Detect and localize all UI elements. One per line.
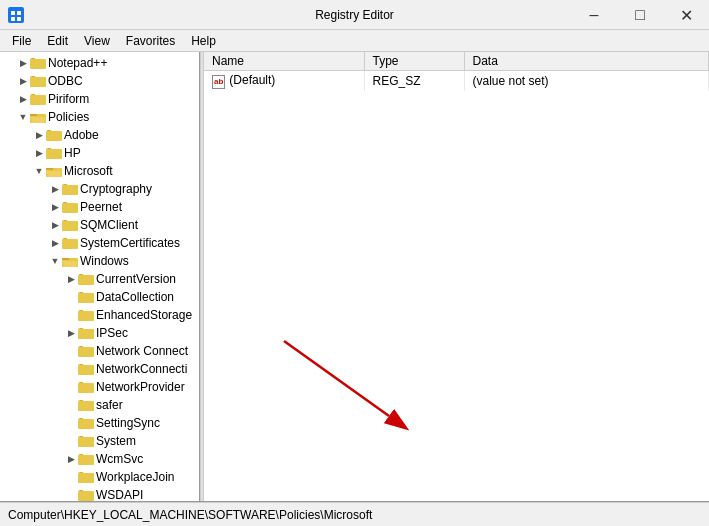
- svg-rect-18: [62, 185, 78, 195]
- expand-windows[interactable]: ▼: [48, 254, 62, 268]
- menu-edit[interactable]: Edit: [39, 32, 76, 50]
- tree-item-wsdapi[interactable]: WSDAPI: [0, 486, 199, 501]
- svg-rect-19: [62, 203, 78, 213]
- close-button[interactable]: ✕: [663, 0, 709, 30]
- folder-icon: [30, 56, 46, 70]
- svg-rect-8: [30, 77, 46, 87]
- tree-label-windows: Windows: [80, 254, 129, 268]
- tree-label-datacollection: DataCollection: [96, 290, 174, 304]
- tree-item-settingsync[interactable]: SettingSync: [0, 414, 199, 432]
- maximize-button[interactable]: □: [617, 0, 663, 30]
- expand-hp[interactable]: ▶: [32, 146, 46, 160]
- tree-item-hp[interactable]: ▶ HP: [0, 144, 199, 162]
- tree-label-notepadpp: Notepad++: [48, 56, 107, 70]
- window-controls: – □ ✕: [571, 0, 709, 30]
- minimize-button[interactable]: –: [571, 0, 617, 30]
- tree-item-policies[interactable]: ▼ Policies: [0, 108, 199, 126]
- tree-item-enhancedstorage[interactable]: EnhancedStorage: [0, 306, 199, 324]
- svg-rect-4: [17, 17, 21, 21]
- tree-label-networkprovider: NetworkProvider: [96, 380, 185, 394]
- folder-icon-open: [46, 164, 62, 178]
- value-name: ab(Default): [204, 71, 364, 92]
- menu-file[interactable]: File: [4, 32, 39, 50]
- expand-notepadpp[interactable]: ▶: [16, 56, 30, 70]
- expand-currentversion[interactable]: ▶: [64, 272, 78, 286]
- tree-label-policies: Policies: [48, 110, 89, 124]
- svg-rect-33: [78, 419, 94, 429]
- svg-rect-36: [78, 473, 94, 483]
- tree-item-notepadpp[interactable]: ▶ Notepad++: [0, 54, 199, 72]
- svg-rect-29: [78, 347, 94, 357]
- tree-item-system[interactable]: System: [0, 432, 199, 450]
- tree-item-networkconnect[interactable]: Network Connect: [0, 342, 199, 360]
- tree-label-system: System: [96, 434, 136, 448]
- svg-rect-27: [78, 311, 94, 321]
- folder-icon: [78, 344, 94, 358]
- tree-item-peernet[interactable]: ▶ Peernet: [0, 198, 199, 216]
- svg-rect-37: [78, 491, 94, 501]
- folder-icon: [78, 452, 94, 466]
- window-title: Registry Editor: [315, 8, 394, 22]
- ab-icon: ab: [212, 75, 225, 89]
- expand-systemcerts[interactable]: ▶: [48, 236, 62, 250]
- tree-label-safer: safer: [96, 398, 123, 412]
- tree-item-windows[interactable]: ▼ Windows: [0, 252, 199, 270]
- expand-adobe[interactable]: ▶: [32, 128, 46, 142]
- svg-rect-2: [17, 11, 21, 15]
- expand-piriform[interactable]: ▶: [16, 92, 30, 106]
- folder-icon-open: [30, 110, 46, 124]
- expand-peernet[interactable]: ▶: [48, 200, 62, 214]
- tree-label-currentversion: CurrentVersion: [96, 272, 176, 286]
- svg-rect-28: [78, 329, 94, 339]
- tree-item-microsoft[interactable]: ▼ Microsoft: [0, 162, 199, 180]
- folder-icon: [62, 218, 78, 232]
- svg-marker-12: [30, 117, 46, 123]
- expand-sqmclient[interactable]: ▶: [48, 218, 62, 232]
- tree-item-adobe[interactable]: ▶ Adobe: [0, 126, 199, 144]
- tree-item-cryptography[interactable]: ▶ Cryptography: [0, 180, 199, 198]
- registry-path: Computer\HKEY_LOCAL_MACHINE\SOFTWARE\Pol…: [8, 508, 372, 522]
- main-area: ▶ Notepad++ ▶ ODBC ▶ Piriform: [0, 52, 709, 502]
- col-header-name[interactable]: Name: [204, 52, 364, 71]
- svg-rect-25: [78, 275, 94, 285]
- svg-marker-17: [46, 171, 62, 177]
- expand-odbc[interactable]: ▶: [16, 74, 30, 88]
- col-header-data[interactable]: Data: [464, 52, 709, 71]
- expand-wcmsvc[interactable]: ▶: [64, 452, 78, 466]
- folder-icon: [78, 308, 94, 322]
- svg-rect-34: [78, 437, 94, 447]
- tree-item-ipsec[interactable]: ▶ IPSec: [0, 324, 199, 342]
- tree-item-systemcerts[interactable]: ▶ SystemCertificates: [0, 234, 199, 252]
- tree-item-wcmsvc[interactable]: ▶ WcmSvc: [0, 450, 199, 468]
- tree-item-networkconnecti[interactable]: NetworkConnecti: [0, 360, 199, 378]
- menu-help[interactable]: Help: [183, 32, 224, 50]
- expand-microsoft[interactable]: ▼: [32, 164, 46, 178]
- svg-rect-16: [46, 168, 53, 170]
- tree-item-workplacejoin[interactable]: WorkplaceJoin: [0, 468, 199, 486]
- menu-view[interactable]: View: [76, 32, 118, 50]
- svg-rect-7: [30, 59, 36, 62]
- tree-item-networkprovider[interactable]: NetworkProvider: [0, 378, 199, 396]
- table-row[interactable]: ab(Default) REG_SZ (value not set): [204, 71, 709, 92]
- expand-ipsec[interactable]: ▶: [64, 326, 78, 340]
- tree-label-odbc: ODBC: [48, 74, 83, 88]
- folder-icon: [78, 272, 94, 286]
- tree-label-adobe: Adobe: [64, 128, 99, 142]
- tree-item-currentversion[interactable]: ▶ CurrentVersion: [0, 270, 199, 288]
- tree-item-sqmclient[interactable]: ▶ SQMClient: [0, 216, 199, 234]
- col-header-type[interactable]: Type: [364, 52, 464, 71]
- expand-policies[interactable]: ▼: [16, 110, 30, 124]
- expand-cryptography[interactable]: ▶: [48, 182, 62, 196]
- svg-rect-30: [78, 365, 94, 375]
- menu-favorites[interactable]: Favorites: [118, 32, 183, 50]
- svg-rect-26: [78, 293, 94, 303]
- tree-item-piriform[interactable]: ▶ Piriform: [0, 90, 199, 108]
- tree-label-sqmclient: SQMClient: [80, 218, 138, 232]
- registry-tree[interactable]: ▶ Notepad++ ▶ ODBC ▶ Piriform: [0, 52, 200, 501]
- tree-label-cryptography: Cryptography: [80, 182, 152, 196]
- tree-item-safer[interactable]: safer: [0, 396, 199, 414]
- tree-item-odbc[interactable]: ▶ ODBC: [0, 72, 199, 90]
- tree-item-datacollection[interactable]: DataCollection: [0, 288, 199, 306]
- annotation-arrow: [234, 321, 434, 441]
- tree-label-networkconnecti: NetworkConnecti: [96, 362, 187, 376]
